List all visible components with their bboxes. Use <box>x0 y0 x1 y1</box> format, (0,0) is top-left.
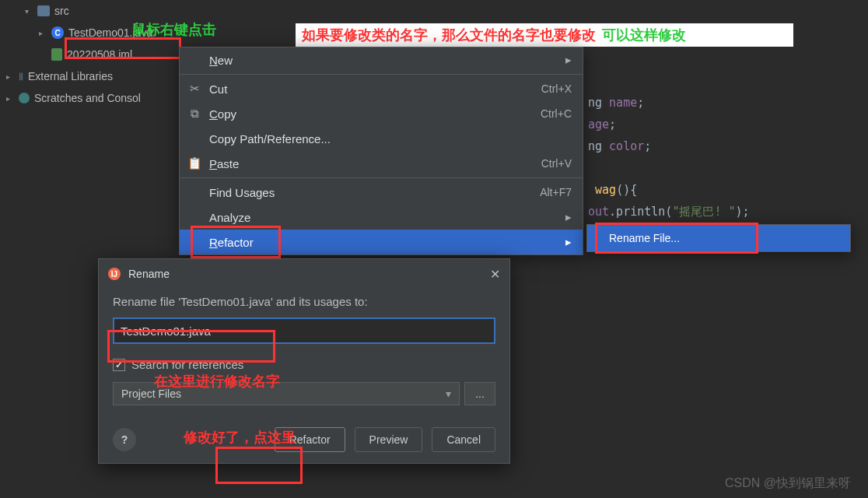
dialog-prompt: Rename file 'TestDemo01.java' and its us… <box>113 295 495 308</box>
rename-dialog: IJ Rename ✕ Rename file 'TestDemo01.java… <box>98 258 510 464</box>
ctx-cut[interactable]: ✂ Cut Ctrl+X <box>180 76 583 101</box>
submenu-arrow-icon: ▸ <box>565 235 572 249</box>
chevron-down-icon: ▾ <box>25 7 33 16</box>
library-icon: ⫴ <box>19 70 23 83</box>
ctx-find-usages[interactable]: Find Usages Alt+F7 <box>180 180 583 205</box>
submenu-arrow-icon: ▸ <box>565 210 572 224</box>
ctx-copy[interactable]: ⧉ Copy Ctrl+C <box>180 101 583 126</box>
submenu-arrow-icon: ▸ <box>565 53 572 67</box>
folder-icon <box>37 5 50 16</box>
dialog-title: Rename <box>128 268 170 280</box>
refactor-submenu: Rename File... <box>586 224 851 252</box>
ctx-paste[interactable]: 📋 Paste Ctrl+V <box>180 151 583 176</box>
chevron-right-icon: ▸ <box>6 94 14 103</box>
tree-external-libraries[interactable]: ▸ ⫴ External Libraries <box>6 65 185 87</box>
copy-icon: ⧉ <box>187 107 201 121</box>
ctx-separator <box>180 177 583 178</box>
editor-code: ng name; age; ng color; wag(){ out.print… <box>588 70 750 223</box>
search-references-checkbox[interactable]: ✓ <box>113 359 125 371</box>
ctx-new[interactable]: New ▸ <box>180 47 583 72</box>
search-references.checlabel-row: ✓ Search for references <box>113 358 495 371</box>
rename-input[interactable] <box>113 317 495 344</box>
context-menu: New ▸ ✂ Cut Ctrl+X ⧉ Copy Ctrl+C Copy Pa… <box>179 47 583 255</box>
tree-label: src <box>54 5 69 17</box>
iml-icon <box>51 48 62 61</box>
sub-rename-file[interactable]: Rename File... <box>587 225 850 251</box>
annotation-right-click: 鼠标右键点击 <box>132 20 216 39</box>
dialog-titlebar: IJ Rename ✕ <box>99 259 509 289</box>
cut-icon: ✂ <box>187 82 201 96</box>
help-button[interactable]: ? <box>113 428 136 451</box>
paste-icon: 📋 <box>187 156 201 170</box>
watermark: CSDN @快到锅里来呀 <box>725 475 851 492</box>
preview-button[interactable]: Preview <box>355 427 423 452</box>
cancel-button[interactable]: Cancel <box>432 427 495 452</box>
annotation-top-red: 如果要修改类的名字，那么文件的名字也要修改 <box>302 26 596 44</box>
project-tree: ▾ src ▸ C TestDemo01.java 20220508.iml ▸… <box>6 0 185 109</box>
annotation-done-click: 修改好了，点这里 <box>184 428 296 447</box>
java-class-icon: C <box>51 26 64 39</box>
checkbox-label: Search for references <box>131 358 243 371</box>
tree-label: External Libraries <box>28 70 113 82</box>
tree-src-folder[interactable]: ▾ src <box>6 0 185 22</box>
annotation-top-green: 可以这样修改 <box>602 26 686 44</box>
ctx-analyze[interactable]: Analyze ▸ <box>180 205 583 230</box>
chevron-right-icon: ▸ <box>39 29 47 37</box>
tree-label: Scratches and Consol <box>34 92 141 104</box>
tree-iml-file[interactable]: 20220508.iml <box>6 44 185 65</box>
close-button[interactable]: ✕ <box>490 267 500 282</box>
chevron-down-icon: ▾ <box>446 388 451 400</box>
annotation-rename-here: 在这里进行修改名字 <box>154 372 280 391</box>
chevron-right-icon: ▸ <box>6 72 14 81</box>
scratch-icon <box>19 93 30 103</box>
ctx-copy-path[interactable]: Copy Path/Reference... <box>180 126 583 151</box>
ctx-refactor[interactable]: Refactor ▸ <box>180 230 583 254</box>
scope-browse-button[interactable]: ... <box>464 382 495 405</box>
tree-label: 20220508.iml <box>67 48 132 61</box>
intellij-icon: IJ <box>108 268 121 280</box>
ctx-separator <box>180 74 583 75</box>
tree-scratches[interactable]: ▸ Scratches and Consol <box>6 87 185 109</box>
annotation-top: 如果要修改类的名字，那么文件的名字也要修改 可以这样修改 <box>296 23 793 47</box>
